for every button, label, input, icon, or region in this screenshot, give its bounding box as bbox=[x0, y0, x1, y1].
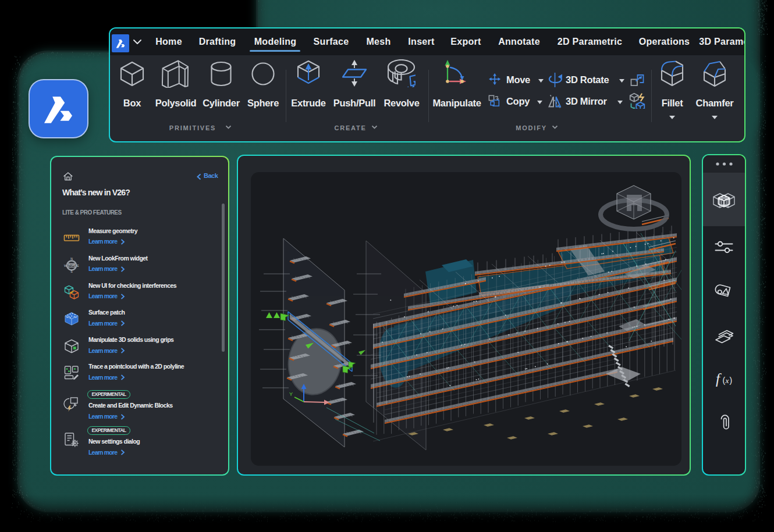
svg-text:f: f bbox=[716, 371, 722, 387]
svg-text:N: N bbox=[70, 257, 73, 260]
svg-text:x: x bbox=[725, 376, 729, 385]
svg-text:Y: Y bbox=[289, 391, 293, 397]
svg-text:E: E bbox=[77, 263, 79, 267]
svg-text:S: S bbox=[70, 270, 73, 273]
svg-text:TOP: TOP bbox=[69, 264, 74, 267]
svg-text:): ) bbox=[730, 376, 733, 385]
svg-text:W: W bbox=[64, 263, 67, 267]
